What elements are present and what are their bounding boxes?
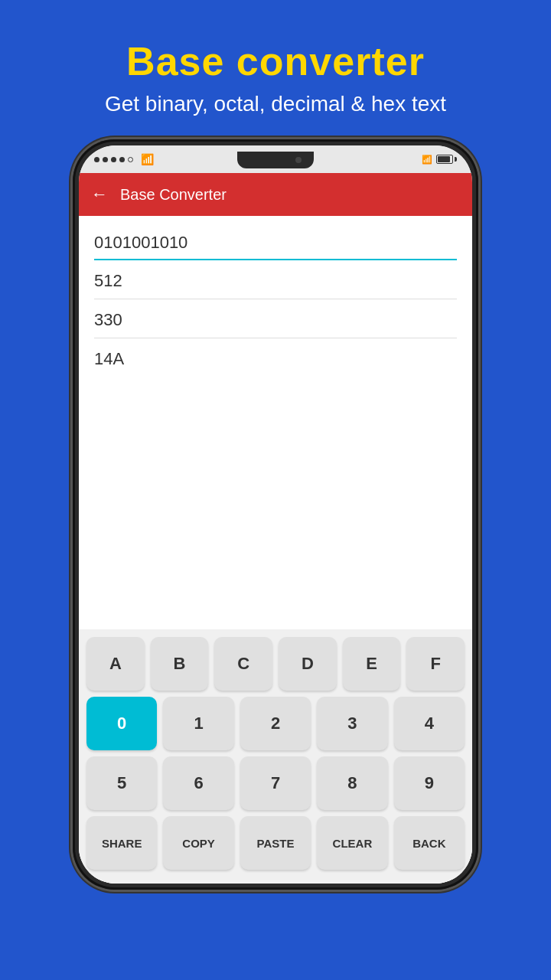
notch — [237, 152, 314, 168]
key-2[interactable]: 2 — [240, 697, 311, 750]
share-button[interactable]: SHARE — [86, 816, 157, 870]
key-5[interactable]: 5 — [86, 756, 157, 810]
key-A[interactable]: A — [86, 637, 145, 691]
screen-content: A B C D E F 0 1 2 3 4 — [79, 216, 472, 884]
input-section — [79, 216, 472, 377]
battery-icon — [436, 155, 457, 164]
back-button[interactable]: ← — [91, 185, 108, 204]
key-6[interactable]: 6 — [163, 756, 233, 810]
status-bar: 📶 📶 — [79, 145, 472, 173]
key-8[interactable]: 8 — [317, 756, 387, 810]
key-4[interactable]: 4 — [394, 697, 465, 750]
app-title: Base converter — [105, 38, 446, 84]
clear-button[interactable]: CLEAR — [317, 816, 387, 870]
key-row-actions: SHARE COPY PASTE CLEAR BACK — [86, 816, 465, 870]
key-0[interactable]: 0 — [86, 697, 157, 750]
key-row-5-9: 5 6 7 8 9 — [86, 756, 465, 810]
phone-mockup: 📶 📶 ← Base Convert — [73, 139, 478, 890]
key-row-0-4: 0 1 2 3 4 — [86, 697, 465, 750]
octal-result — [94, 299, 457, 338]
key-C[interactable]: C — [214, 637, 272, 691]
key-row-letters: A B C D E F — [86, 637, 465, 691]
phone-frame: 📶 📶 ← Base Convert — [73, 139, 478, 890]
signal-dot-1 — [94, 157, 99, 162]
key-F[interactable]: F — [406, 637, 465, 691]
signal-dot-3 — [111, 157, 116, 162]
binary-input[interactable] — [94, 224, 457, 260]
app-subtitle: Get binary, octal, decimal & hex text — [105, 92, 446, 116]
app-bar-title: Base Converter — [120, 186, 227, 204]
back-key-button[interactable]: BACK — [394, 816, 465, 870]
paste-button[interactable]: PASTE — [240, 816, 311, 870]
status-right: 📶 — [422, 155, 457, 165]
key-E[interactable]: E — [343, 637, 401, 691]
battery-body — [436, 155, 453, 164]
signal-dot-5 — [128, 157, 133, 162]
copy-button[interactable]: COPY — [163, 816, 233, 870]
key-7[interactable]: 7 — [240, 756, 311, 810]
battery-tip — [455, 157, 457, 162]
key-3[interactable]: 3 — [317, 697, 387, 750]
hex-result — [94, 338, 457, 377]
key-D[interactable]: D — [279, 637, 337, 691]
decimal-result — [94, 260, 457, 299]
wifi-icon: 📶 — [141, 153, 154, 165]
battery-fill — [438, 156, 450, 162]
phone-screen: 📶 📶 ← Base Convert — [79, 145, 472, 884]
key-B[interactable]: B — [151, 637, 209, 691]
app-bar: ← Base Converter — [79, 173, 472, 216]
signal-dot-4 — [119, 157, 125, 162]
key-9[interactable]: 9 — [394, 756, 465, 810]
signal-dot-2 — [103, 157, 108, 162]
bluetooth-icon: 📶 — [422, 155, 432, 165]
signal-dots: 📶 — [94, 153, 154, 165]
key-1[interactable]: 1 — [163, 697, 233, 750]
keyboard: A B C D E F 0 1 2 3 4 — [79, 629, 472, 884]
camera-icon — [295, 157, 302, 163]
